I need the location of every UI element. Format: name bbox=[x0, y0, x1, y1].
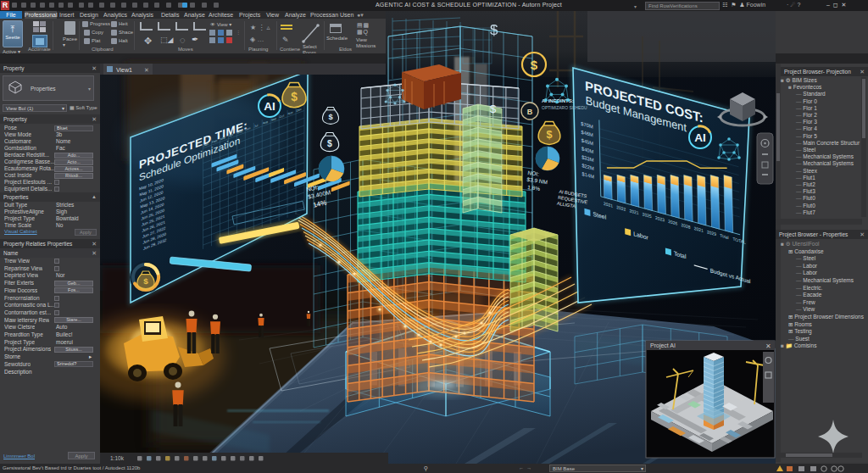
svg-text:$: $ bbox=[531, 58, 538, 72]
svg-text:View1: View1 bbox=[116, 67, 132, 73]
svg-text:✕: ✕ bbox=[765, 342, 771, 350]
svg-text:Project AI: Project AI bbox=[650, 342, 676, 349]
svg-text:1:10k: 1:10k bbox=[110, 455, 125, 461]
svg-text:AI: AI bbox=[694, 131, 706, 144]
svg-text:$: $ bbox=[143, 276, 148, 286]
svg-text:$: $ bbox=[328, 113, 333, 121]
svg-text:B: B bbox=[527, 108, 533, 116]
svg-text:$: $ bbox=[546, 129, 552, 141]
svg-text:OPTIMIZARO SCHEDU: OPTIMIZARO SCHEDU bbox=[542, 105, 587, 110]
svg-text:$: $ bbox=[291, 91, 298, 103]
svg-text:$: $ bbox=[327, 139, 332, 148]
svg-text:AI: AI bbox=[264, 100, 275, 113]
svg-text:$: $ bbox=[490, 103, 497, 115]
svg-text:✕: ✕ bbox=[144, 67, 149, 73]
